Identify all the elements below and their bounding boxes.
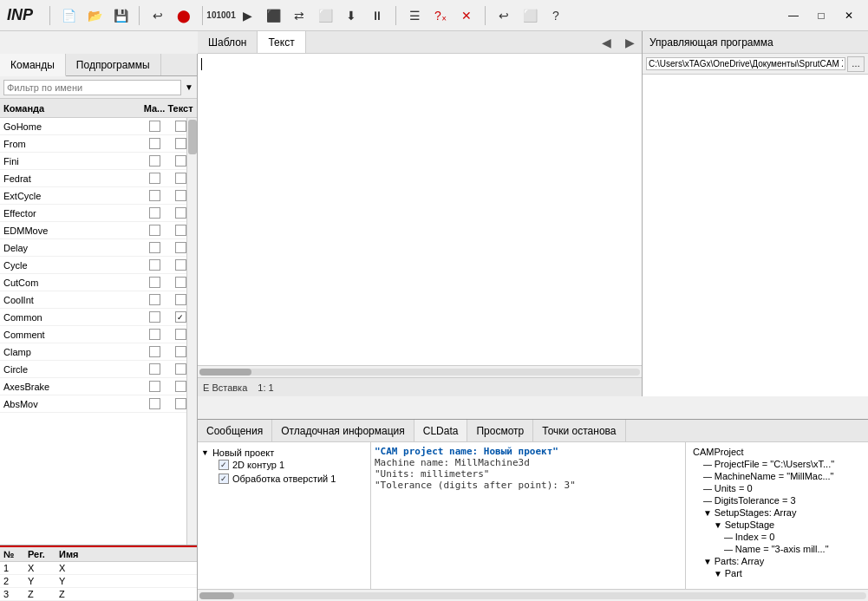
rtree-item-7[interactable]: — Index = 0 bbox=[689, 531, 865, 543]
maximize-btn[interactable]: □ bbox=[809, 5, 833, 26]
rtree-item-4[interactable]: — DigitsTolerance = 3 bbox=[689, 494, 865, 506]
cmd-text-gohome[interactable] bbox=[175, 121, 186, 132]
cmd-row-extcycle[interactable]: ExtCycle bbox=[0, 187, 197, 205]
rtree-item-6[interactable]: ▼ SetupStage bbox=[689, 519, 865, 531]
nav-forward-btn[interactable]: ▶ bbox=[618, 31, 642, 53]
cmd-text-circle[interactable] bbox=[175, 363, 186, 375]
cmd-ma-gohome[interactable] bbox=[149, 121, 160, 132]
nav-back-btn[interactable]: ◀ bbox=[595, 31, 618, 53]
project-item-0[interactable]: 2D контур 1 bbox=[219, 458, 367, 472]
rtree-item-3[interactable]: — Units = 0 bbox=[689, 482, 865, 494]
copy-btn[interactable]: ⬜ bbox=[519, 5, 540, 26]
cmd-row-gohome[interactable]: GoHome bbox=[0, 118, 197, 135]
filter-input[interactable] bbox=[3, 80, 181, 95]
list-btn[interactable]: ☰ bbox=[404, 5, 425, 26]
cmd-text-common[interactable] bbox=[175, 311, 186, 323]
cmd-ma-comment[interactable] bbox=[149, 329, 160, 340]
undo-btn[interactable]: ↩ bbox=[147, 5, 168, 26]
cmd-ma-axesbrake[interactable] bbox=[149, 381, 160, 392]
program-path-input[interactable] bbox=[646, 57, 845, 70]
minimize-btn[interactable]: — bbox=[781, 5, 806, 26]
rtree-item-0[interactable]: CAMProject bbox=[689, 446, 865, 458]
tab-template[interactable]: Шаблон bbox=[198, 31, 258, 53]
record-btn[interactable]: ⬤ bbox=[173, 5, 194, 26]
cmd-ma-cutcom[interactable] bbox=[149, 277, 160, 288]
cmd-text-clamp[interactable] bbox=[175, 346, 186, 357]
cmd-ma-delay[interactable] bbox=[149, 242, 160, 253]
filter-dropdown-icon[interactable]: ▼ bbox=[185, 82, 193, 92]
export1-btn[interactable]: ⇄ bbox=[289, 5, 310, 26]
cmd-ma-clamp[interactable] bbox=[149, 346, 160, 357]
save-btn[interactable]: 💾 bbox=[110, 5, 131, 26]
cmd-text-delay[interactable] bbox=[175, 242, 186, 253]
new-file-btn[interactable]: 📄 bbox=[58, 5, 79, 26]
cmd-row-edmmove[interactable]: EDMMove bbox=[0, 222, 197, 239]
cmd-ma-coolint[interactable] bbox=[149, 294, 160, 305]
cmd-text-fini[interactable] bbox=[175, 155, 186, 167]
project-root[interactable]: ▼ Новый проект 2D контур 1 bbox=[201, 446, 367, 487]
close-btn[interactable]: ✕ bbox=[837, 5, 861, 26]
cmd-ma-absmov[interactable] bbox=[149, 398, 160, 409]
cmd-row-effector[interactable]: Effector bbox=[0, 205, 197, 222]
tab-subroutines[interactable]: Подпрограммы bbox=[66, 54, 161, 75]
project-item-0-checkbox[interactable] bbox=[219, 460, 229, 470]
cmd-row-comment[interactable]: Comment bbox=[0, 326, 197, 343]
cmd-text-axesbrake[interactable] bbox=[175, 381, 186, 392]
cmd-ma-from[interactable] bbox=[149, 138, 160, 149]
cmd-ma-fini[interactable] bbox=[149, 155, 160, 167]
help-btn[interactable]: ? bbox=[545, 5, 566, 26]
cmd-row-fini[interactable]: Fini bbox=[0, 153, 197, 170]
tab-breakpoints[interactable]: Точки останова bbox=[533, 420, 625, 441]
text-editor[interactable] bbox=[198, 54, 642, 365]
project-item-1[interactable]: Обработка отверстий 1 bbox=[219, 472, 367, 486]
cmd-ma-extcycle[interactable] bbox=[149, 190, 160, 201]
tab-preview[interactable]: Просмотр bbox=[467, 420, 533, 441]
cmd-row-from[interactable]: From bbox=[0, 135, 197, 153]
cmd-ma-circle[interactable] bbox=[149, 363, 160, 375]
cmd-text-coolint[interactable] bbox=[175, 294, 186, 305]
rtree-item-5[interactable]: ▼ SetupStages: Array bbox=[689, 506, 865, 519]
cmd-text-from[interactable] bbox=[175, 138, 186, 149]
rtree-item-1[interactable]: — ProjectFile = "C:\Users\xT..." bbox=[689, 458, 865, 470]
cmd-text-comment[interactable] bbox=[175, 329, 186, 340]
cmd-text-cutcom[interactable] bbox=[175, 277, 186, 288]
rtree-item-2[interactable]: — MachineName = "MillMac..." bbox=[689, 470, 865, 482]
program-path-browse-btn[interactable]: … bbox=[847, 56, 865, 72]
cmd-row-cycle[interactable]: Cycle bbox=[0, 257, 197, 274]
cmd-row-common[interactable]: Common bbox=[0, 309, 197, 326]
cmd-row-cutcom[interactable]: CutCom bbox=[0, 274, 197, 291]
cmd-row-axesbrake[interactable]: AxesBrake bbox=[0, 378, 197, 395]
pause-btn[interactable]: ⏸ bbox=[367, 5, 388, 26]
tab-text[interactable]: Текст bbox=[258, 31, 305, 53]
export2-btn[interactable]: ⬜ bbox=[315, 5, 336, 26]
cmd-row-clamp[interactable]: Clamp bbox=[0, 343, 197, 361]
tab-cldata[interactable]: CLData bbox=[414, 420, 468, 441]
rtree-item-8[interactable]: — Name = "3-axis mill..." bbox=[689, 543, 865, 555]
cmd-ma-fedrat[interactable] bbox=[149, 173, 160, 184]
error-btn[interactable]: ?ₓ bbox=[430, 5, 451, 26]
cmd-text-fedrat[interactable] bbox=[175, 173, 186, 184]
cmd-text-effector[interactable] bbox=[175, 207, 186, 219]
cmd-text-edmmove[interactable] bbox=[175, 225, 186, 236]
cmd-row-fedrat[interactable]: Fedrat bbox=[0, 170, 197, 187]
cmd-row-circle[interactable]: Circle bbox=[0, 361, 197, 378]
cmd-ma-edmmove[interactable] bbox=[149, 225, 160, 236]
undo2-btn[interactable]: ↩ bbox=[493, 5, 514, 26]
rtree-item-9[interactable]: ▼ Parts: Array bbox=[689, 555, 865, 567]
cmd-row-delay[interactable]: Delay bbox=[0, 239, 197, 257]
code-btn[interactable]: 101001 bbox=[211, 5, 232, 26]
play-btn[interactable]: ▶ bbox=[237, 5, 258, 26]
open-file-btn[interactable]: 📂 bbox=[84, 5, 105, 26]
editor-scrollbar-h[interactable] bbox=[198, 365, 642, 377]
project-item-1-checkbox[interactable] bbox=[219, 474, 229, 484]
tab-debug[interactable]: Отладочная информация bbox=[272, 420, 414, 441]
cmd-ma-effector[interactable] bbox=[149, 207, 160, 219]
cmd-text-cycle[interactable] bbox=[175, 259, 186, 271]
cmd-ma-common[interactable] bbox=[149, 311, 160, 323]
stop-btn[interactable]: ⬛ bbox=[263, 5, 284, 26]
cmd-text-extcycle[interactable] bbox=[175, 190, 186, 201]
cmd-row-coolint[interactable]: CoolInt bbox=[0, 291, 197, 309]
cmd-text-absmov[interactable] bbox=[175, 398, 186, 409]
tab-messages[interactable]: Сообщения bbox=[198, 420, 272, 441]
rtree-item-10[interactable]: ▼ Part bbox=[689, 567, 865, 579]
